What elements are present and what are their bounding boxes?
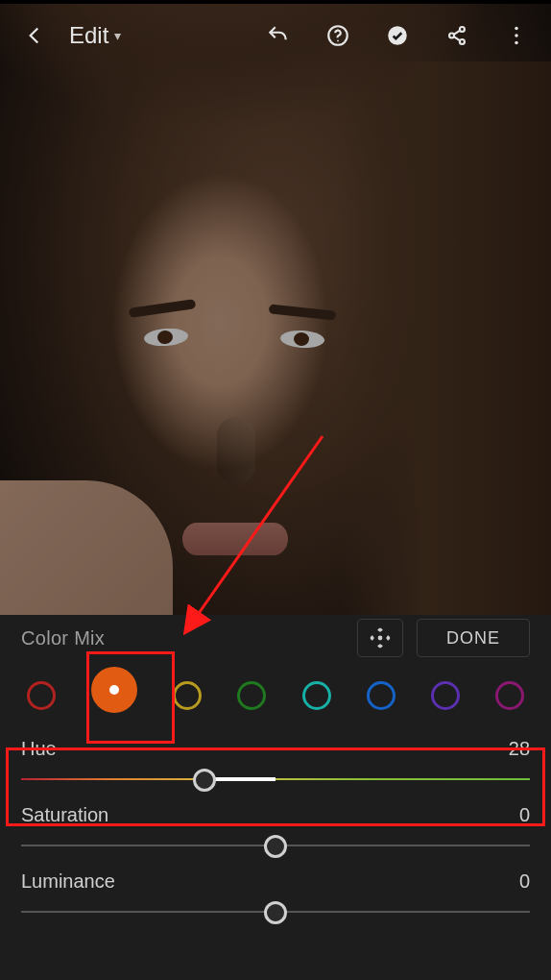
color-swatch-purple[interactable] [431, 681, 460, 710]
move-icon [368, 625, 393, 650]
color-swatch-row [0, 661, 551, 730]
svg-point-1 [337, 40, 339, 42]
color-swatch-magenta[interactable] [495, 681, 524, 710]
hue-value: -28 [502, 738, 530, 760]
luminance-label: Luminance [21, 870, 115, 893]
chevron-down-icon: ▾ [114, 28, 121, 43]
color-swatch-red[interactable] [27, 681, 56, 710]
page-title: Edit [69, 22, 108, 49]
color-mix-panel: Color Mix DONE Hue -28 [0, 615, 551, 980]
panel-title: Color Mix [21, 627, 105, 649]
luminance-control: Luminance 0 [0, 863, 551, 929]
toolbar-right [257, 14, 538, 57]
color-swatch-yellow[interactable] [173, 681, 202, 710]
saturation-thumb[interactable] [264, 835, 287, 858]
color-swatch-green[interactable] [237, 681, 266, 710]
target-adjust-button[interactable] [357, 619, 403, 657]
overflow-icon [504, 23, 529, 48]
share-icon [444, 23, 469, 48]
saturation-control: Saturation 0 [0, 796, 551, 863]
hue-track [21, 778, 530, 780]
luminance-slider[interactable] [21, 896, 530, 929]
color-swatch-aqua[interactable] [302, 681, 331, 710]
svg-point-6 [515, 27, 517, 30]
help-circle-icon [325, 23, 350, 48]
photo-canvas[interactable] [0, 4, 551, 615]
saturation-value: 0 [519, 804, 530, 826]
panel-header: Color Mix DONE [0, 615, 551, 661]
top-toolbar: Edit ▾ [0, 4, 551, 67]
overflow-button[interactable] [495, 14, 538, 57]
share-button[interactable] [436, 14, 478, 57]
saturation-slider[interactable] [21, 830, 530, 863]
luminance-thumb[interactable] [264, 901, 287, 924]
hue-label: Hue [21, 738, 57, 760]
color-swatch-blue[interactable] [367, 681, 395, 710]
color-swatch-orange[interactable] [91, 667, 137, 713]
hue-thumb[interactable] [193, 769, 216, 792]
done-button[interactable]: DONE [417, 619, 530, 657]
check-circle-icon [385, 23, 410, 48]
arrow-left-icon [22, 23, 47, 48]
selected-dot-icon [109, 685, 119, 695]
undo-button[interactable] [257, 14, 299, 57]
back-button[interactable] [13, 14, 56, 57]
app-root: Edit ▾ Color Mix [0, 4, 551, 980]
svg-point-9 [378, 636, 383, 641]
photo-dim-overlay [0, 4, 551, 615]
hue-slider[interactable] [21, 764, 530, 796]
edit-dropdown[interactable]: Edit ▾ [69, 22, 121, 49]
hue-control: Hue -28 [0, 730, 551, 796]
help-button[interactable] [317, 14, 359, 57]
saturation-label: Saturation [21, 804, 108, 826]
confirm-button[interactable] [376, 14, 419, 57]
luminance-value: 0 [519, 870, 530, 893]
undo-icon [266, 23, 291, 48]
svg-point-7 [515, 34, 517, 37]
svg-point-8 [515, 41, 517, 44]
